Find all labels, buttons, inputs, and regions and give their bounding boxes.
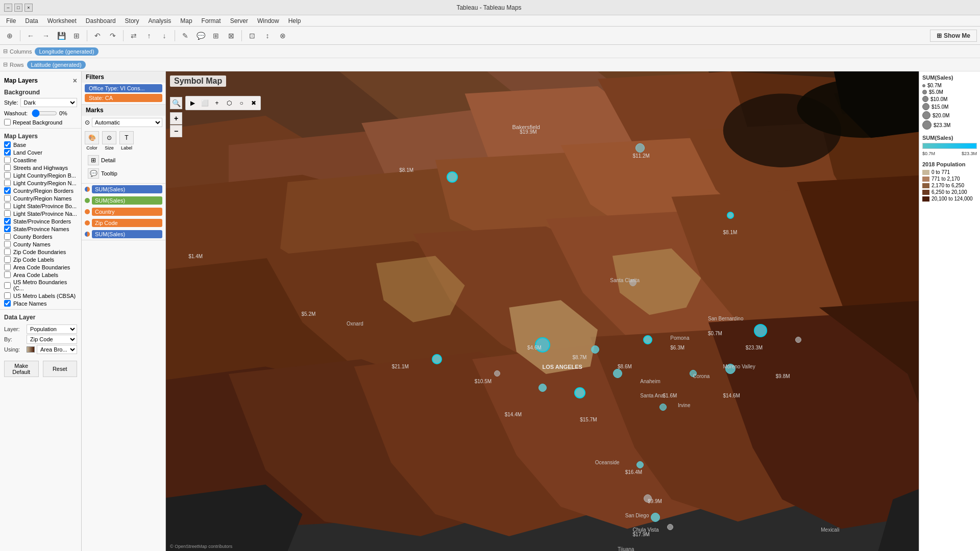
size-button[interactable]: ⊙: [102, 131, 116, 144]
marks-label-icon[interactable]: T Label: [119, 131, 134, 151]
repeat-background-checkbox[interactable]: [4, 119, 11, 126]
sort-desc-button[interactable]: ↓: [158, 29, 171, 42]
menu-data[interactable]: Data: [21, 16, 42, 26]
fit-button[interactable]: ⊡: [246, 29, 259, 42]
middle-area: Filters Office Type: VI Cons... State: C…: [82, 71, 980, 551]
highlight-button[interactable]: ✎: [179, 29, 192, 42]
menu-file[interactable]: File: [2, 16, 20, 26]
marks-color-icon[interactable]: 🎨 Color: [85, 131, 99, 151]
layer-county-borders[interactable]: County Borders: [0, 233, 81, 240]
layer-country-borders[interactable]: Country/Region Borders: [0, 187, 81, 194]
menu-help[interactable]: Help: [284, 16, 305, 26]
layer-place-names[interactable]: Place Names: [0, 299, 81, 307]
maximize-button[interactable]: □: [14, 4, 22, 12]
data-layer-title: Data Layer: [0, 312, 81, 322]
marks-title: Marks: [82, 105, 165, 116]
menu-worksheet[interactable]: Worksheet: [43, 16, 81, 26]
tooltip-button[interactable]: 💬: [194, 29, 207, 42]
by-select[interactable]: Zip Code: [27, 335, 77, 344]
pop-label-2: 771 to 2,170: [932, 176, 960, 182]
layer-land-cover[interactable]: Land Cover: [0, 148, 81, 156]
mark-label-1[interactable]: SUM(Sales): [92, 185, 162, 193]
filter-state[interactable]: State: CA: [85, 94, 162, 102]
menu-format[interactable]: Format: [198, 16, 225, 26]
format-button[interactable]: ⊞: [209, 29, 223, 42]
rectangle-select-button[interactable]: ⬜: [199, 97, 210, 109]
minimize-button[interactable]: –: [4, 4, 12, 12]
panel-buttons: Make Default Reset: [0, 357, 81, 381]
save-button[interactable]: 💾: [55, 29, 68, 42]
menu-analysis[interactable]: Analysis: [144, 16, 176, 26]
using-select[interactable]: Area Bro...: [37, 345, 77, 354]
layer-state-names[interactable]: State/Province Names: [0, 225, 81, 233]
mark-label-3[interactable]: Country: [92, 208, 162, 216]
make-default-button[interactable]: Make Default: [4, 361, 39, 377]
layer-light-country-n[interactable]: Light Country/Region N...: [0, 179, 81, 187]
menu-server[interactable]: Server: [226, 16, 252, 26]
mark-label-2[interactable]: SUM(Sales): [92, 196, 162, 205]
color-swatch: [27, 346, 35, 353]
menu-story[interactable]: Story: [121, 16, 143, 26]
sum-sales-legend-title: SUM(Sales): [922, 74, 977, 81]
color-button[interactable]: 🎨: [85, 131, 99, 144]
marks-type-select[interactable]: Automatic: [92, 118, 162, 127]
close-button[interactable]: ×: [24, 4, 33, 12]
search-button[interactable]: 🔍: [170, 97, 182, 109]
layer-coastline[interactable]: Coastline: [0, 156, 81, 164]
menu-dashboard[interactable]: Dashboard: [82, 16, 120, 26]
circle-button[interactable]: ○: [236, 97, 247, 109]
pan-button[interactable]: ✖: [248, 97, 259, 109]
panel-close-button[interactable]: ×: [73, 77, 77, 85]
detail-button[interactable]: ⊞: [88, 155, 99, 165]
mark-pill-2: SUM(Sales): [82, 195, 165, 206]
style-select[interactable]: Dark Light Normal: [20, 98, 77, 107]
forward-button[interactable]: →: [39, 29, 53, 42]
mark-label-5[interactable]: SUM(Sales): [92, 230, 162, 238]
select-button[interactable]: ▶: [187, 97, 198, 109]
filter-office-type[interactable]: Office Type: VI Cons...: [85, 84, 162, 92]
layer-light-state-bo[interactable]: Light State/Province Bo...: [0, 202, 81, 210]
longitude-pill[interactable]: Longitude (generated): [35, 47, 98, 56]
cross-button[interactable]: +: [211, 97, 223, 109]
layer-us-metro-cbsa[interactable]: US Metro Boundaries (C...: [0, 279, 81, 292]
layer-state-borders[interactable]: State/Province Borders: [0, 217, 81, 225]
swap-button[interactable]: ⇄: [127, 29, 140, 42]
layer-light-state-na[interactable]: Light State/Province Na...: [0, 210, 81, 217]
latitude-pill[interactable]: Latitude (generated): [27, 61, 86, 69]
undo-button[interactable]: ↶: [91, 29, 104, 42]
layer-us-metro-labels[interactable]: US Metro Labels (CBSA): [0, 292, 81, 299]
menu-map[interactable]: Map: [176, 16, 196, 26]
lasso-button[interactable]: ⬡: [224, 97, 235, 109]
menu-window[interactable]: Window: [253, 16, 283, 26]
add-datasource-button[interactable]: ⊞: [70, 29, 83, 42]
fix-axes-button[interactable]: ⊠: [225, 29, 238, 42]
tooltip-button[interactable]: 💬: [88, 168, 99, 179]
back-button[interactable]: ←: [24, 29, 37, 42]
rows-shelf: ⊟ Rows Latitude (generated): [0, 58, 980, 71]
sort-asc-button[interactable]: ↑: [142, 29, 156, 42]
redo-button[interactable]: ↷: [106, 29, 119, 42]
layer-county-names[interactable]: County Names: [0, 240, 81, 248]
share-button[interactable]: ⊗: [276, 29, 289, 42]
layer-base[interactable]: Base: [0, 141, 81, 148]
marks-size-icon[interactable]: ⊙ Size: [102, 131, 116, 151]
reset-button[interactable]: Reset: [43, 361, 78, 377]
layer-area-code-labels[interactable]: Area Code Labels: [0, 271, 81, 279]
layer-area-code-boundaries[interactable]: Area Code Boundaries: [0, 263, 81, 271]
washout-slider[interactable]: [32, 109, 57, 117]
layer-zip-labels[interactable]: Zip Code Labels: [0, 256, 81, 263]
layer-select[interactable]: Population: [27, 324, 77, 334]
mark-label-4[interactable]: Zip Code: [92, 219, 162, 227]
show-me-button[interactable]: ⊞ Show Me: [930, 30, 977, 42]
gradient-min: $0.7M: [922, 151, 935, 156]
map-canvas[interactable]: Symbol Map 🔍 + − ▶ ⬜ + ⬡ ○: [166, 71, 919, 551]
label-button[interactable]: T: [119, 131, 134, 144]
zoom-in-button[interactable]: +: [170, 112, 182, 124]
layer-light-country-b[interactable]: Light Country/Region B...: [0, 171, 81, 179]
layer-country-names[interactable]: Country/Region Names: [0, 194, 81, 202]
layer-streets-highways[interactable]: Streets and Highways: [0, 164, 81, 171]
zoom-out-button[interactable]: −: [170, 125, 182, 137]
data-layer-section: Layer: Population By: Zip Code Using: Ar…: [0, 322, 81, 357]
fit-height-button[interactable]: ↕: [261, 29, 274, 42]
layer-zip-boundaries[interactable]: Zip Code Boundaries: [0, 248, 81, 256]
